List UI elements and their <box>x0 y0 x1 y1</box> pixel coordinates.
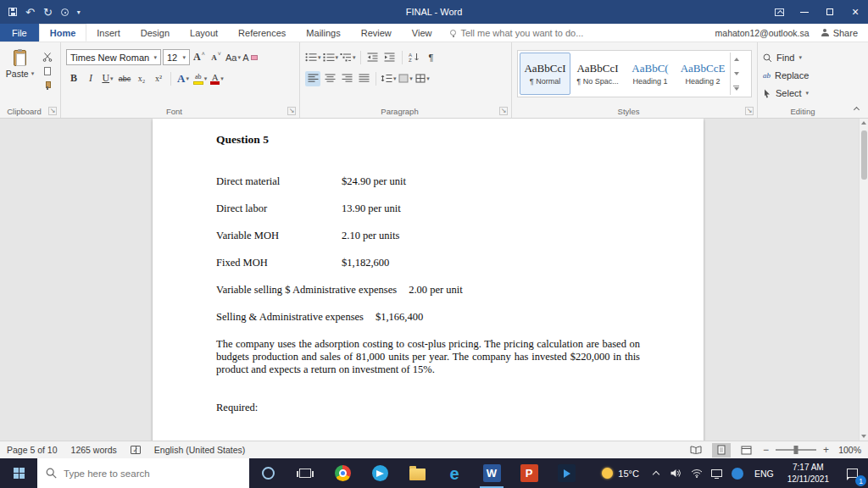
tab-home[interactable]: Home <box>39 24 87 42</box>
paste-button[interactable]: Paste▾ <box>5 48 35 92</box>
tab-review[interactable]: Review <box>351 24 402 42</box>
gallery-scroll-down-button[interactable] <box>731 67 742 81</box>
multilevel-list-button[interactable]: ▾ <box>340 50 356 65</box>
highlight-color-button[interactable]: ab ▾ <box>192 71 208 86</box>
justify-button[interactable] <box>356 71 371 86</box>
gallery-scroll-up-button[interactable] <box>731 53 742 67</box>
scrollbar-up-icon[interactable] <box>860 121 868 125</box>
style-heading-2[interactable]: AaBbCcE Heading 2 <box>677 53 728 95</box>
powerpoint-taskbar-button[interactable]: P <box>510 458 548 488</box>
redo-icon[interactable]: ↻ <box>43 7 53 18</box>
subscript-button[interactable]: x₂ <box>134 71 149 86</box>
align-left-button[interactable] <box>305 71 320 86</box>
zoom-in-button[interactable]: + <box>823 444 829 456</box>
collapse-ribbon-button[interactable] <box>850 103 862 114</box>
tab-view[interactable]: View <box>402 24 442 42</box>
replace-button[interactable]: ab Replace <box>763 68 843 83</box>
zoom-out-button[interactable]: − <box>763 444 769 456</box>
shading-button[interactable]: ▾ <box>398 71 414 86</box>
align-right-button[interactable] <box>339 71 354 86</box>
tell-me-box[interactable]: Tell me what you want to do... <box>450 24 583 42</box>
style-heading-1[interactable]: AaBbC( Heading 1 <box>625 53 676 95</box>
bluetooth-tray-button[interactable] <box>727 458 748 488</box>
tab-layout[interactable]: Layout <box>180 24 228 42</box>
tab-design[interactable]: Design <box>131 24 180 42</box>
page-indicator[interactable]: Page 5 of 10 <box>7 445 58 455</box>
cortana-button[interactable] <box>249 458 287 488</box>
format-painter-button[interactable] <box>40 79 55 92</box>
font-color-button[interactable]: A ▾ <box>209 71 225 86</box>
messaging-app-button[interactable] <box>361 458 398 488</box>
search-input[interactable] <box>64 469 225 479</box>
superscript-button[interactable]: x² <box>151 71 166 86</box>
strikethrough-button[interactable]: abc <box>117 71 132 86</box>
style-normal[interactable]: AaBbCcI ¶ Normal <box>520 53 570 95</box>
shrink-font-button[interactable]: A˅ <box>209 50 224 65</box>
copy-button[interactable] <box>40 64 55 77</box>
account-name[interactable]: mahaton12@outlook.sa <box>715 28 810 38</box>
system-tray-button[interactable] <box>707 458 727 488</box>
scrollbar-thumb[interactable] <box>861 130 867 180</box>
italic-button[interactable]: I <box>83 71 98 86</box>
text-effects-button[interactable]: A▾ <box>175 71 191 86</box>
tab-insert[interactable]: Insert <box>86 24 131 42</box>
network-button[interactable] <box>687 458 707 488</box>
close-button[interactable]: × <box>843 0 868 24</box>
weather-widget[interactable]: 15°C <box>595 458 646 488</box>
gallery-more-button[interactable] <box>731 80 742 95</box>
clock[interactable]: 7:17 AM 12/11/2021 <box>781 458 836 488</box>
font-name-combobox[interactable]: Times New Roman ▾ <box>66 49 161 65</box>
zoom-percentage[interactable]: 100% <box>836 445 861 455</box>
tab-mailings[interactable]: Mailings <box>296 24 350 42</box>
task-view-button[interactable] <box>287 458 324 488</box>
scrollbar-down-icon[interactable] <box>860 435 868 438</box>
bold-button[interactable]: B <box>66 71 81 86</box>
restore-button[interactable] <box>817 0 843 24</box>
vertical-scrollbar[interactable] <box>859 119 868 441</box>
borders-button[interactable]: ▾ <box>415 71 431 86</box>
numbering-button[interactable]: ▾ <box>323 50 339 65</box>
zoom-slider[interactable] <box>776 449 816 451</box>
customize-qat-icon[interactable]: ▾ <box>77 8 81 16</box>
change-case-button[interactable]: Aa▾ <box>225 50 241 65</box>
show-hide-paragraph-button[interactable]: ¶ <box>424 50 439 65</box>
cut-button[interactable] <box>40 50 55 63</box>
save-icon[interactable] <box>8 8 17 16</box>
language-switcher[interactable]: ENG <box>748 458 781 488</box>
grow-font-button[interactable]: A˄ <box>192 50 207 65</box>
find-button[interactable]: Find ▾ <box>763 50 843 65</box>
share-button[interactable]: Share <box>821 28 858 38</box>
minimize-button[interactable] <box>792 0 817 24</box>
paragraph-dialog-launcher[interactable]: ↘ <box>499 107 508 115</box>
read-mode-button[interactable] <box>687 443 705 458</box>
clear-formatting-button[interactable]: A <box>242 50 258 65</box>
word-count[interactable]: 1265 words <box>71 445 117 455</box>
increase-indent-button[interactable] <box>382 50 398 65</box>
select-button[interactable]: Select ▾ <box>763 86 843 101</box>
proofing-icon[interactable]: ✓ <box>131 446 141 454</box>
align-center-button[interactable] <box>322 71 337 86</box>
action-center-button[interactable]: 1 <box>836 458 868 488</box>
zoom-slider-thumb[interactable] <box>793 446 798 454</box>
web-layout-button[interactable] <box>737 443 756 458</box>
document-page[interactable]: Question 5 Direct material $24.90 per un… <box>153 119 704 441</box>
edge-button[interactable]: e <box>436 458 473 488</box>
styles-dialog-launcher[interactable]: ↘ <box>745 107 754 115</box>
word-taskbar-button[interactable]: W <box>473 458 510 488</box>
media-app-button[interactable] <box>548 458 585 488</box>
touch-mode-icon[interactable] <box>61 8 69 16</box>
chrome-taskbar-button[interactable] <box>324 458 361 488</box>
font-dialog-launcher[interactable]: ↘ <box>287 107 296 115</box>
start-button[interactable] <box>0 458 37 488</box>
decrease-indent-button[interactable] <box>365 50 381 65</box>
underline-button[interactable]: U▾ <box>100 71 115 86</box>
font-size-combobox[interactable]: 12 ▾ <box>163 49 190 65</box>
language-indicator[interactable]: English (United States) <box>154 445 245 455</box>
show-hidden-icons-button[interactable] <box>646 458 666 488</box>
ribbon-display-options-button[interactable] <box>766 0 792 24</box>
line-spacing-button[interactable]: ▾ <box>381 71 397 86</box>
sort-button[interactable]: AZ <box>407 50 422 65</box>
undo-icon[interactable]: ↶ <box>25 7 35 18</box>
file-explorer-button[interactable] <box>398 458 436 488</box>
tab-file[interactable]: File <box>0 24 39 42</box>
